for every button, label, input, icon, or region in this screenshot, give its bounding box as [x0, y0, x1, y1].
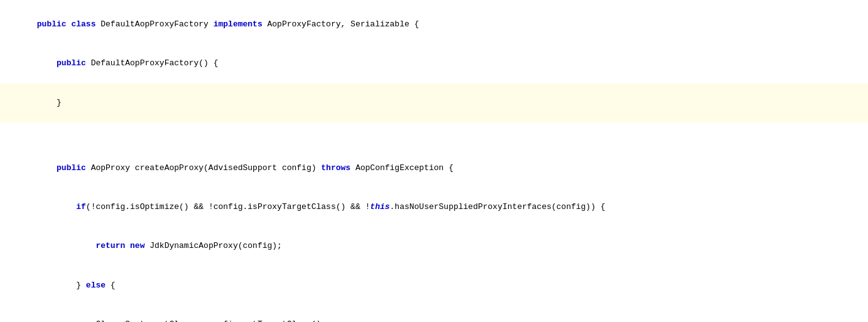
code-line: if(!config.isOptimize() && !config.isPro…	[0, 188, 868, 227]
keyword-this: this	[370, 202, 389, 212]
keyword-throws: throws	[321, 163, 355, 173]
code-line: public class DefaultAopProxyFactory impl…	[0, 5, 868, 44]
keyword-else: else	[86, 281, 111, 290]
code-line	[0, 136, 868, 149]
code-line-highlighted: }	[0, 83, 868, 122]
keyword-public: public	[57, 163, 91, 173]
keyword-new: new	[130, 241, 149, 250]
keyword-public: public	[57, 58, 91, 68]
keyword-implements: implements	[214, 19, 268, 29]
code-line: public DefaultAopProxyFactory() {	[0, 44, 868, 83]
code-editor: public class DefaultAopProxyFactory impl…	[0, 0, 868, 322]
classname: DefaultAopProxyFactory	[100, 19, 213, 29]
keyword-if: if	[76, 202, 86, 212]
code-line: return new JdkDynamicAopProxy(config);	[0, 227, 868, 266]
class-type: Class<?>	[95, 319, 139, 322]
code-line: public AopProxy createAopProxy(AdvisedSu…	[0, 149, 868, 188]
keyword-class: class	[71, 19, 100, 29]
code-line: Class<?> targetClass = config.getTargetC…	[0, 305, 868, 322]
keyword-return: return	[95, 241, 130, 250]
keyword-public: public	[37, 19, 72, 29]
code-line: } else {	[0, 266, 868, 305]
code-line	[0, 122, 868, 136]
